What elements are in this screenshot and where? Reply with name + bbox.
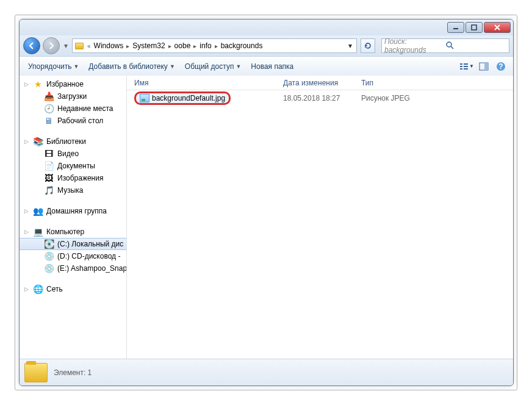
address-bar[interactable]: « Windows ▸ System32 ▸ oobe ▸ info ▸ bac… — [72, 38, 357, 53]
svg-line-3 — [451, 46, 453, 49]
preview-pane-button[interactable] — [476, 60, 491, 73]
computer-icon: 💻 — [33, 227, 43, 237]
svg-rect-6 — [460, 68, 462, 70]
chevron-down-icon: ▼ — [235, 63, 241, 70]
file-name-highlight: backgroundDefault.jpg — [134, 91, 231, 105]
file-list: backgroundDefault.jpg 18.05.2018 18:27 Р… — [127, 90, 513, 359]
chevron-right-icon[interactable]: ▸ — [125, 43, 131, 49]
search-input[interactable]: Поиск: backgrounds — [381, 38, 509, 53]
close-button[interactable] — [484, 22, 511, 33]
sidebar-network[interactable]: 🌐Сеть — [20, 283, 126, 295]
svg-rect-0 — [453, 28, 458, 29]
breadcrumb-prefix[interactable]: « — [86, 43, 92, 49]
desktop-icon: 🖥 — [44, 116, 54, 126]
download-icon: 📥 — [44, 91, 54, 101]
sidebar-favorites[interactable]: ★Избранное — [20, 78, 126, 90]
chevron-right-icon[interactable]: ▸ — [192, 43, 198, 49]
star-icon: ★ — [33, 79, 43, 89]
maximize-button[interactable] — [466, 22, 483, 33]
document-icon: 📄 — [44, 161, 54, 171]
image-file-icon — [140, 94, 149, 102]
svg-rect-9 — [464, 68, 468, 70]
svg-rect-5 — [460, 66, 462, 67]
refresh-button[interactable] — [361, 38, 375, 53]
chevron-right-icon[interactable]: ▸ — [167, 43, 173, 49]
help-button[interactable]: ? — [494, 60, 508, 73]
sidebar-computer[interactable]: 💻Компьютер — [20, 226, 126, 238]
file-view: Имя Дата изменения Тип backgroundDefault… — [127, 76, 513, 359]
column-date[interactable]: Дата изменения — [283, 79, 361, 87]
sidebar-desktop[interactable]: 🖥Рабочий стол — [20, 115, 126, 127]
sidebar-drive-c[interactable]: 💽(C:) Локальный дис — [20, 238, 126, 250]
history-dropdown-icon[interactable]: ▾ — [62, 39, 70, 52]
crumb-windows[interactable]: Windows — [92, 41, 126, 50]
status-bar: Элемент: 1 — [20, 359, 513, 385]
minimize-button[interactable] — [447, 22, 464, 33]
file-name: backgroundDefault.jpg — [152, 94, 225, 102]
sidebar-images[interactable]: 🖼Изображения — [20, 172, 126, 184]
chevron-right-icon[interactable]: ▸ — [214, 43, 219, 49]
recent-icon: 🕘 — [44, 104, 54, 113]
screenshot-frame: ▾ « Windows ▸ System32 ▸ oobe ▸ info ▸ b… — [15, 15, 517, 390]
status-text: Элемент: 1 — [54, 368, 92, 377]
view-options-button[interactable]: ▼ — [459, 60, 474, 73]
video-icon: 🎞 — [44, 149, 54, 159]
svg-rect-7 — [464, 63, 468, 65]
sidebar-drive-d[interactable]: 💿(D:) CD-дисковод - — [20, 250, 126, 262]
chevron-down-icon: ▼ — [170, 63, 175, 70]
crumb-oobe[interactable]: oobe — [173, 41, 193, 50]
column-type[interactable]: Тип — [361, 79, 513, 87]
cd-icon: 💿 — [44, 251, 54, 261]
chevron-down-icon: ▼ — [469, 63, 474, 69]
column-headers: Имя Дата изменения Тип — [127, 76, 513, 90]
svg-rect-1 — [472, 25, 476, 30]
chevron-down-icon: ▼ — [73, 63, 79, 70]
homegroup-icon: 👥 — [33, 206, 43, 216]
title-bar — [20, 20, 513, 35]
file-type: Рисунок JPEG — [361, 94, 410, 102]
navigation-bar: ▾ « Windows ▸ System32 ▸ oobe ▸ info ▸ b… — [20, 35, 513, 56]
navigation-pane: ★Избранное 📥Загрузки 🕘Недавние места 🖥Ра… — [20, 76, 127, 359]
sidebar-downloads[interactable]: 📥Загрузки — [20, 90, 126, 102]
folder-icon — [74, 40, 85, 51]
sidebar-music[interactable]: 🎵Музыка — [20, 184, 126, 196]
explorer-window: ▾ « Windows ▸ System32 ▸ oobe ▸ info ▸ b… — [19, 19, 514, 386]
back-button[interactable] — [23, 37, 40, 54]
search-placeholder: Поиск: backgrounds — [384, 37, 445, 54]
cd-icon: 💿 — [44, 263, 54, 273]
svg-rect-11 — [484, 63, 488, 70]
sidebar-documents[interactable]: 📄Документы — [20, 160, 126, 172]
library-icon: 📚 — [33, 137, 43, 146]
svg-rect-4 — [460, 63, 462, 65]
sidebar-libraries[interactable]: 📚Библиотеки — [20, 135, 126, 148]
search-icon[interactable] — [445, 41, 506, 51]
folder-large-icon — [24, 363, 48, 382]
column-name[interactable]: Имя — [127, 79, 283, 87]
organize-button[interactable]: Упорядочить▼ — [24, 60, 82, 73]
sidebar-homegroup[interactable]: 👥Домашняя группа — [20, 205, 126, 217]
sidebar-drive-e[interactable]: 💿(E:) Ashampoo_Snap — [20, 262, 126, 274]
sidebar-video[interactable]: 🎞Видео — [20, 148, 126, 160]
file-date: 18.05.2018 18:27 — [283, 94, 361, 102]
add-library-button[interactable]: Добавить в библиотеку▼ — [85, 60, 178, 73]
sidebar-recent[interactable]: 🕘Недавние места — [20, 102, 126, 115]
share-button[interactable]: Общий доступ▼ — [181, 60, 245, 73]
network-icon: 🌐 — [33, 284, 43, 294]
crumb-backgrounds[interactable]: backgrounds — [219, 41, 265, 50]
music-icon: 🎵 — [44, 185, 54, 195]
file-row[interactable]: backgroundDefault.jpg 18.05.2018 18:27 Р… — [127, 91, 513, 105]
crumb-info[interactable]: info — [198, 41, 213, 50]
svg-point-2 — [447, 42, 451, 47]
svg-rect-8 — [464, 66, 468, 67]
breadcrumb: « Windows ▸ System32 ▸ oobe ▸ info ▸ bac… — [86, 39, 264, 52]
drive-icon: 💽 — [44, 239, 54, 249]
new-folder-button[interactable]: Новая папка — [247, 60, 297, 73]
svg-text:?: ? — [498, 62, 503, 71]
explorer-body: ★Избранное 📥Загрузки 🕘Недавние места 🖥Ра… — [20, 76, 513, 359]
address-dropdown-icon[interactable]: ▾ — [345, 41, 355, 50]
command-bar: Упорядочить▼ Добавить в библиотеку▼ Общи… — [20, 56, 513, 76]
crumb-system32[interactable]: System32 — [131, 41, 167, 50]
image-icon: 🖼 — [44, 173, 54, 183]
forward-button[interactable] — [43, 37, 60, 54]
